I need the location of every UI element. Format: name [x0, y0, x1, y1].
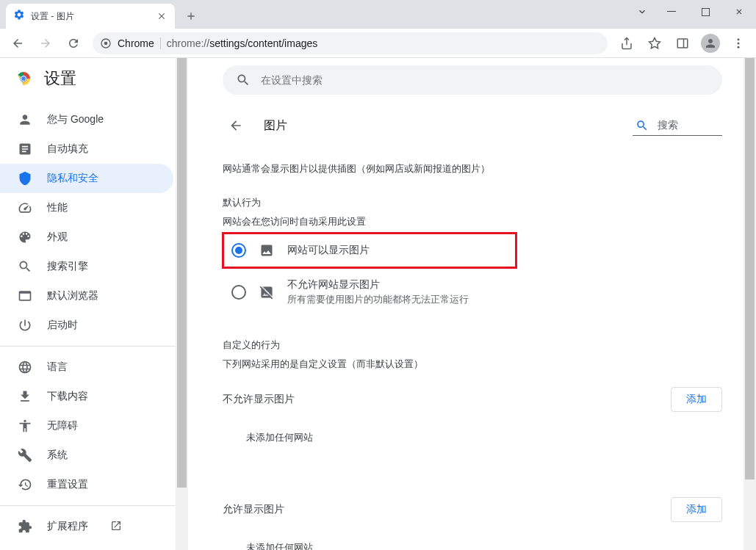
default-behavior-title: 默认行为 — [223, 196, 722, 209]
default-behavior-subtitle: 网站会在您访问时自动采用此设置 — [223, 215, 722, 228]
sidebar-item-default-browser[interactable]: 默认浏览器 — [0, 281, 173, 311]
radio-block-images[interactable]: 不允许网站显示图片 所有需要使用图片的功能都将无法正常运行 — [223, 268, 722, 316]
radio-label: 网站可以显示图片 — [287, 244, 370, 257]
forward-nav-button — [34, 32, 57, 55]
svg-point-10 — [738, 46, 740, 48]
browser-toolbar: Chrome chrome://settings/content/images — [0, 29, 756, 58]
sidebar-item-label: 扩展程序 — [47, 520, 88, 533]
omnibox-divider — [160, 37, 161, 49]
svg-rect-0 — [667, 11, 676, 12]
add-allow-button[interactable]: 添加 — [671, 497, 722, 522]
svg-point-3 — [104, 41, 108, 45]
add-block-button[interactable]: 添加 — [671, 387, 722, 412]
sidebar-item-accessibility[interactable]: 无障碍 — [0, 411, 173, 441]
sidebar-divider — [0, 346, 188, 347]
main-scrollbar[interactable] — [744, 58, 756, 550]
sidebar-item-startup[interactable]: 启动时 — [0, 311, 173, 340]
share-button[interactable] — [615, 32, 638, 55]
search-icon — [236, 73, 251, 87]
close-window-button[interactable] — [722, 1, 756, 23]
sidebar-item-downloads[interactable]: 下载内容 — [0, 382, 173, 411]
open-in-new-icon — [110, 520, 122, 534]
radio-button[interactable] — [231, 285, 246, 300]
block-list-empty: 未添加任何网站 — [223, 419, 722, 456]
sidebar-item-autofill[interactable]: 自动填充 — [0, 134, 173, 164]
sidebar-item-you-and-google[interactable]: 您与 Google — [0, 105, 173, 134]
sidebar-item-label: 无障碍 — [47, 419, 78, 433]
power-icon — [18, 318, 32, 333]
browser-tab[interactable]: 设置 - 图片 — [6, 4, 175, 29]
download-icon — [18, 389, 32, 404]
block-list-header: 不允许显示图片 添加 — [223, 375, 722, 419]
sidebar-item-label: 下载内容 — [47, 390, 88, 403]
allow-list-title: 允许显示图片 — [223, 503, 284, 516]
back-nav-button[interactable] — [6, 32, 29, 55]
settings-search[interactable] — [223, 65, 722, 95]
radio-label: 不允许网站显示图片 — [287, 278, 469, 292]
radio-allow-images[interactable]: 网站可以显示图片 — [223, 233, 516, 268]
profile-button[interactable] — [699, 32, 722, 55]
custom-behavior-title: 自定义的行为 — [223, 339, 722, 352]
sidebar-item-languages[interactable]: 语言 — [0, 352, 173, 382]
new-tab-button[interactable] — [181, 6, 201, 26]
url-chrome-label: Chrome — [118, 37, 154, 49]
svg-rect-6 — [677, 39, 688, 48]
image-icon — [259, 243, 274, 258]
custom-behavior-subtitle: 下列网站采用的是自定义设置（而非默认设置） — [223, 358, 722, 371]
accessibility-icon — [18, 419, 32, 433]
chrome-icon — [100, 37, 112, 49]
sidebar-item-label: 您与 Google — [47, 113, 104, 126]
svg-point-13 — [21, 76, 26, 82]
minimize-button[interactable] — [655, 1, 688, 23]
sidebar-nav: 您与 Google 自动填充 隐私和安全 性能 外观 搜索引擎 默认浏览器 启动… — [0, 99, 188, 541]
search-icon — [18, 259, 32, 274]
page-search-button[interactable]: 搜索 — [633, 116, 722, 136]
sidebar-panel: 设置 您与 Google 自动填充 隐私和安全 性能 外观 搜索引擎 默认浏览器… — [0, 58, 188, 550]
content-area: 设置 您与 Google 自动填充 隐私和安全 性能 外观 搜索引擎 默认浏览器… — [0, 58, 756, 550]
main-panel: 图片 搜索 网站通常会显示图片以提供插图（例如网店或新闻报道的图片） 默认行为 … — [188, 58, 756, 550]
sidebar-item-label: 启动时 — [47, 319, 78, 332]
bookmark-button[interactable] — [643, 32, 666, 55]
person-icon — [18, 112, 32, 127]
address-bar[interactable]: Chrome chrome://settings/content/images — [93, 32, 608, 54]
maximize-button[interactable] — [688, 1, 722, 23]
radio-button[interactable] — [231, 243, 246, 258]
sidebar-item-system[interactable]: 系统 — [0, 441, 173, 470]
sidebar-item-privacy-security[interactable]: 隐私和安全 — [0, 164, 173, 193]
sidebar-item-reset[interactable]: 重置设置 — [0, 470, 173, 499]
allow-list-header: 允许显示图片 添加 — [223, 485, 722, 529]
speedometer-icon — [18, 200, 32, 215]
sidebar-item-performance[interactable]: 性能 — [0, 193, 173, 222]
menu-button[interactable] — [727, 32, 750, 55]
svg-marker-5 — [649, 37, 660, 48]
shield-icon — [18, 171, 32, 186]
window-titlebar: 设置 - 图片 — [0, 0, 756, 29]
build-icon — [18, 448, 32, 463]
page-intro-text: 网站通常会显示图片以提供插图（例如网店或新闻报道的图片） — [223, 162, 722, 176]
reload-button[interactable] — [62, 32, 85, 55]
sidebar-item-label: 自动填充 — [47, 142, 88, 156]
scrollbar-thumb[interactable] — [177, 58, 187, 488]
page-header: 图片 搜索 — [223, 109, 722, 153]
sidebar-item-extensions[interactable]: 扩展程序 — [0, 512, 173, 541]
tab-search-button[interactable] — [630, 1, 655, 23]
tab-title: 设置 - 图片 — [31, 10, 150, 23]
side-panel-button[interactable] — [671, 32, 694, 55]
sidebar-scrollbar[interactable] — [176, 58, 188, 550]
sidebar-item-label: 搜索引擎 — [47, 260, 88, 273]
sidebar-item-appearance[interactable]: 外观 — [0, 222, 173, 252]
tab-close-button[interactable] — [156, 10, 168, 22]
app-header: 设置 — [0, 58, 188, 99]
palette-icon — [18, 230, 32, 245]
sidebar-item-search-engine[interactable]: 搜索引擎 — [0, 252, 173, 281]
gear-icon — [13, 9, 25, 23]
page-back-button[interactable] — [223, 112, 249, 139]
sidebar-item-label: 系统 — [47, 449, 68, 462]
sidebar-item-label: 隐私和安全 — [47, 172, 98, 185]
settings-search-input[interactable] — [261, 74, 709, 86]
scrollbar-thumb[interactable] — [745, 58, 755, 480]
sidebar-item-label: 重置设置 — [47, 478, 88, 491]
globe-icon — [18, 360, 32, 374]
svg-rect-1 — [702, 8, 709, 15]
browser-icon — [18, 289, 32, 303]
